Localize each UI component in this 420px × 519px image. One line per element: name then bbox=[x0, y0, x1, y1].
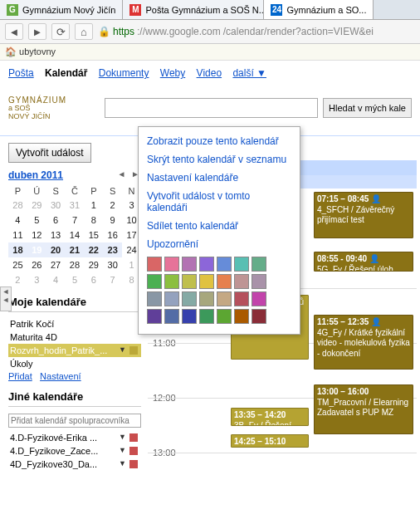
mini-calendar[interactable]: PÚSČPSN 28293031123456789101112131415161… bbox=[8, 184, 141, 287]
add-cal-link[interactable]: Přidat bbox=[8, 371, 32, 381]
calendar-event[interactable]: 13:35 – 14:203B_Fy / Řešení bbox=[231, 408, 309, 426]
color-swatch[interactable] bbox=[234, 257, 249, 272]
forward-button[interactable]: ► bbox=[28, 23, 46, 40]
cal-day[interactable]: 14 bbox=[66, 228, 85, 242]
cal-day[interactable]: 28 bbox=[8, 198, 27, 213]
back-button[interactable]: ◄ bbox=[5, 23, 23, 40]
tab-1[interactable]: MPošta Gymnázium a SOŠ N... bbox=[123, 0, 264, 19]
othercal-item[interactable]: 4D_Fyzikove30_Da...▼ bbox=[8, 458, 141, 471]
color-swatch[interactable] bbox=[252, 291, 266, 306]
ctx-menu-item[interactable]: Upozornění bbox=[139, 235, 300, 253]
color-swatch[interactable] bbox=[252, 257, 266, 272]
cal-day[interactable]: 29 bbox=[27, 198, 46, 213]
color-swatch[interactable] bbox=[217, 291, 232, 306]
color-swatch[interactable] bbox=[199, 257, 214, 272]
cal-day[interactable]: 5 bbox=[27, 213, 46, 228]
cal-day[interactable]: 16 bbox=[103, 228, 122, 242]
search-input[interactable] bbox=[105, 98, 318, 118]
cal-day[interactable]: 6 bbox=[46, 213, 66, 228]
reload-button[interactable]: ⟳ bbox=[51, 23, 70, 40]
color-swatch[interactable] bbox=[199, 309, 214, 324]
nav-video[interactable]: Video bbox=[197, 67, 222, 79]
color-swatch[interactable] bbox=[182, 257, 197, 272]
cal-day[interactable]: 18 bbox=[8, 242, 27, 257]
cal-day[interactable]: 19 bbox=[27, 242, 46, 257]
cal-day[interactable]: 21 bbox=[66, 242, 85, 257]
cal-day[interactable]: 30 bbox=[46, 198, 66, 213]
color-swatch[interactable] bbox=[164, 257, 179, 272]
color-swatch[interactable] bbox=[252, 274, 266, 289]
color-swatch[interactable] bbox=[164, 309, 179, 324]
nav-calendar[interactable]: Kalendář bbox=[45, 67, 87, 79]
color-swatch[interactable] bbox=[164, 274, 179, 289]
calendar-event[interactable]: 11:55 – 12:35 👤4G_Fy / Krátké fyzikální … bbox=[314, 315, 413, 370]
mycal-item[interactable]: Maturita 4D bbox=[8, 330, 141, 344]
cal-day[interactable]: 4 bbox=[8, 213, 27, 228]
cal-day[interactable]: 29 bbox=[84, 257, 103, 272]
cal-day[interactable]: 2 bbox=[103, 198, 122, 213]
color-swatch[interactable] bbox=[147, 291, 162, 306]
cal-day[interactable]: 27 bbox=[46, 257, 66, 272]
ctx-menu-item[interactable]: Nastavení kalendáře bbox=[139, 169, 300, 187]
nav-mail[interactable]: Pošta bbox=[8, 67, 34, 79]
calendar-event[interactable]: 08:55 - 09:40 👤5G_Fy / Řešení úloh bbox=[314, 252, 413, 272]
cal-day[interactable]: 31 bbox=[66, 198, 85, 213]
color-swatch[interactable] bbox=[234, 309, 249, 324]
cal-day[interactable]: 23 bbox=[103, 242, 122, 257]
ctx-menu-item[interactable]: Vytvořit událost v tomto kalendáři bbox=[139, 187, 300, 217]
mycal-item[interactable]: Úkoly bbox=[8, 357, 141, 370]
color-swatch[interactable] bbox=[217, 309, 232, 324]
mycal-item[interactable]: Rozvrh_hodin_Patrik_...▼ bbox=[8, 344, 141, 357]
cal-day[interactable]: 12 bbox=[27, 228, 46, 242]
ctx-menu-item[interactable]: Sdílet tento kalendář bbox=[139, 217, 300, 235]
search-button[interactable]: Hledat v mých kale bbox=[323, 98, 412, 118]
cal-day[interactable]: 2 bbox=[8, 272, 27, 287]
address-bar[interactable]: 🔒 https://www.google.com/calendar/render… bbox=[98, 26, 415, 37]
tab-0[interactable]: GGymnázium Nový Jičín bbox=[0, 0, 123, 19]
add-coworker-cal-input[interactable] bbox=[8, 414, 141, 428]
color-swatch[interactable] bbox=[164, 291, 179, 306]
color-swatch[interactable] bbox=[147, 309, 162, 324]
settings-cal-link[interactable]: Nastavení bbox=[40, 371, 81, 381]
color-swatch[interactable] bbox=[147, 274, 162, 289]
cal-day[interactable]: 22 bbox=[84, 242, 103, 257]
ctx-menu-item[interactable]: Zobrazit pouze tento kalendář bbox=[139, 132, 300, 150]
cal-day[interactable]: 20 bbox=[46, 242, 66, 257]
color-swatch[interactable] bbox=[182, 291, 197, 306]
cal-day[interactable]: 15 bbox=[84, 228, 103, 242]
cal-day[interactable]: 7 bbox=[66, 213, 85, 228]
color-swatch[interactable] bbox=[182, 274, 197, 289]
cal-day[interactable]: 30 bbox=[103, 257, 122, 272]
nav-sites[interactable]: Weby bbox=[160, 67, 185, 79]
cal-day[interactable]: 25 bbox=[8, 257, 27, 272]
nav-docs[interactable]: Dokumenty bbox=[99, 67, 149, 79]
othercal-item[interactable]: 4.D_Fyzikove_Zace...▼ bbox=[8, 444, 141, 458]
color-swatch[interactable] bbox=[199, 291, 214, 306]
color-swatch[interactable] bbox=[217, 257, 232, 272]
cal-day[interactable]: 6 bbox=[84, 272, 103, 287]
mycal-item[interactable]: Patrik Kočí bbox=[8, 317, 141, 330]
cal-day[interactable]: 13 bbox=[46, 228, 66, 242]
bookmark-ubytovny[interactable]: 🏠 ubytovny bbox=[5, 47, 56, 56]
cal-day[interactable]: 11 bbox=[8, 228, 27, 242]
cal-day[interactable]: 4 bbox=[46, 272, 66, 287]
ctx-menu-item[interactable]: Skrýt tento kalendář v seznamu bbox=[139, 150, 300, 169]
color-swatch[interactable] bbox=[252, 309, 266, 324]
calendar-event[interactable]: 14:25 – 15:10 bbox=[231, 434, 309, 448]
cal-day[interactable]: 7 bbox=[103, 272, 122, 287]
cal-day[interactable]: 28 bbox=[66, 257, 85, 272]
color-swatch[interactable] bbox=[234, 274, 249, 289]
cal-day[interactable]: 26 bbox=[27, 257, 46, 272]
home-button[interactable]: ⌂ bbox=[75, 23, 93, 40]
create-event-button[interactable]: Vytvořit událost bbox=[8, 143, 91, 163]
calendar-event[interactable]: 07:15 – 08:45 👤4_SFCH / Závěrečný přijím… bbox=[314, 192, 413, 238]
tab-2[interactable]: 24Gymnázium a SO... bbox=[264, 0, 374, 19]
calendar-event[interactable]: 13:00 – 16:00TM_Pracovní / Elearning Zad… bbox=[314, 384, 413, 434]
cal-day[interactable]: 8 bbox=[84, 213, 103, 228]
color-swatch[interactable] bbox=[217, 274, 232, 289]
cal-day[interactable]: 3 bbox=[27, 272, 46, 287]
color-swatch[interactable] bbox=[182, 309, 197, 324]
color-swatch[interactable] bbox=[234, 291, 249, 306]
nav-more[interactable]: další ▼ bbox=[232, 67, 266, 79]
othercal-item[interactable]: 4.D-Fyzikové-Erika ...▼ bbox=[8, 431, 141, 444]
